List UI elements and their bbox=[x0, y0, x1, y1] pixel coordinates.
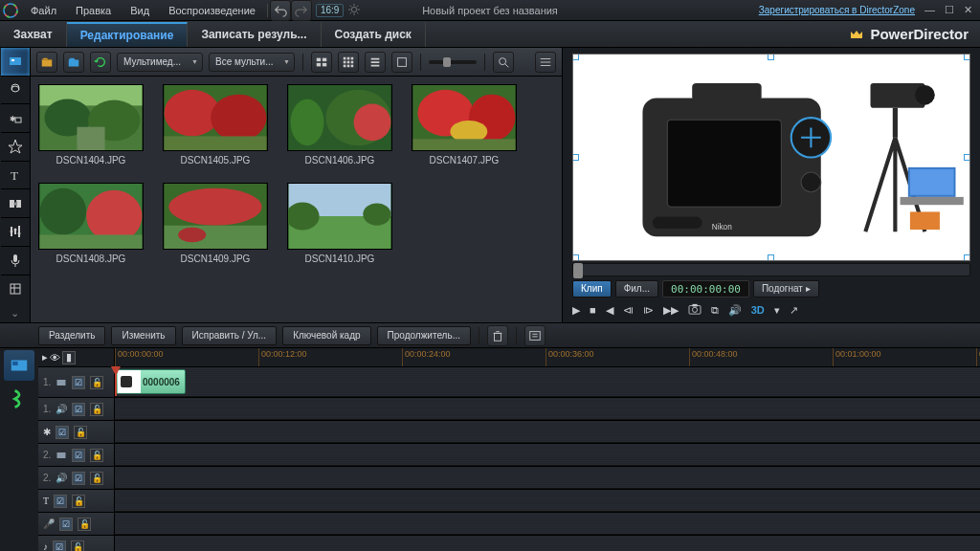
track-lane[interactable] bbox=[115, 513, 980, 535]
thumb-size-slider[interactable] bbox=[429, 60, 477, 64]
track-lane[interactable] bbox=[115, 421, 980, 443]
track-lane[interactable] bbox=[115, 444, 980, 466]
fix-enhance-button[interactable]: Исправить / Ул... bbox=[182, 326, 278, 345]
storyboard-view-icon[interactable] bbox=[9, 386, 30, 411]
tab-disc[interactable]: Создать диск bbox=[322, 22, 426, 47]
track-enable-toggle[interactable]: ☑ bbox=[53, 540, 66, 552]
snapshot-button[interactable] bbox=[688, 303, 702, 317]
room-chapter[interactable] bbox=[1, 276, 30, 304]
redo-button[interactable] bbox=[291, 0, 312, 21]
library-view-button[interactable] bbox=[311, 52, 332, 73]
preview-quality-dropdown[interactable]: ▾ bbox=[774, 304, 780, 317]
track-lock-toggle[interactable]: 🔓 bbox=[90, 472, 103, 485]
prev-frame-button[interactable]: ◀ bbox=[606, 304, 613, 317]
media-item[interactable]: DSCN1406.JPG bbox=[287, 84, 392, 165]
track-enable-toggle[interactable]: ☑ bbox=[72, 376, 85, 389]
menu-file[interactable]: Файл bbox=[21, 0, 66, 21]
tab-capture[interactable]: Захват bbox=[0, 22, 67, 47]
volume-button[interactable]: 🔊 bbox=[728, 304, 742, 317]
undo-button[interactable] bbox=[270, 0, 291, 21]
media-item[interactable]: DSCN1408.JPG bbox=[38, 183, 144, 264]
track-lane[interactable] bbox=[115, 398, 980, 420]
time-ruler[interactable]: 00:00:00:00 00:00:12:00 00:00:24:00 00:0… bbox=[115, 348, 980, 367]
track-enable-toggle[interactable]: ☑ bbox=[59, 518, 73, 531]
stop-button[interactable]: ■ bbox=[590, 304, 596, 316]
menu-playback[interactable]: Воспроизведение bbox=[159, 0, 265, 21]
track-lock-toggle[interactable]: 🔓 bbox=[90, 376, 103, 389]
room-fx[interactable] bbox=[1, 77, 30, 105]
play-button[interactable]: ▶ bbox=[572, 304, 580, 317]
track-lock-toggle[interactable]: 🔓 bbox=[74, 426, 87, 439]
track-enable-toggle[interactable]: ☑ bbox=[56, 426, 69, 439]
preview-scrubber[interactable] bbox=[572, 263, 970, 276]
track-lane[interactable] bbox=[115, 490, 980, 512]
track-enable-toggle[interactable]: ☑ bbox=[72, 472, 85, 485]
media-item[interactable]: DSCN1409.JPG bbox=[163, 183, 268, 264]
3d-button[interactable]: 3D bbox=[751, 304, 765, 316]
split-button[interactable]: Разделить bbox=[38, 326, 105, 345]
library-grid-button[interactable] bbox=[338, 52, 359, 73]
room-title[interactable]: T bbox=[1, 162, 30, 190]
library-list-button[interactable] bbox=[365, 52, 386, 73]
room-particle[interactable] bbox=[1, 133, 30, 162]
menu-view[interactable]: Вид bbox=[121, 0, 159, 21]
track-enable-toggle[interactable]: ☑ bbox=[72, 403, 85, 416]
room-audio-mix[interactable] bbox=[1, 218, 30, 247]
maximize-button[interactable]: ☐ bbox=[943, 4, 956, 16]
media-item[interactable]: DSCN1405.JPG bbox=[163, 84, 268, 165]
track-collapse-icon[interactable]: ▸ bbox=[42, 351, 48, 364]
duration-button[interactable]: Продолжитель... bbox=[377, 326, 471, 345]
track-lock-toggle[interactable]: 🔓 bbox=[90, 403, 103, 416]
close-button[interactable]: ✕ bbox=[962, 4, 974, 16]
preview-mode-movie[interactable]: Фил... bbox=[615, 280, 658, 298]
rooms-more-icon[interactable]: ⌄ bbox=[11, 303, 19, 322]
step-back-button[interactable]: ⧏ bbox=[623, 304, 634, 317]
track-enable-toggle[interactable]: ☑ bbox=[54, 495, 67, 508]
track-marker-icon[interactable]: ▮ bbox=[62, 351, 76, 364]
track-visibility-icon[interactable]: 👁 bbox=[50, 352, 60, 364]
track-lane[interactable] bbox=[115, 467, 980, 489]
playhead[interactable] bbox=[115, 367, 117, 396]
timeline-clip[interactable]: 0000006 bbox=[115, 369, 186, 394]
room-transition[interactable] bbox=[1, 189, 30, 218]
library-menu-button[interactable] bbox=[535, 52, 556, 73]
track-lock-toggle[interactable]: 🔓 bbox=[78, 518, 91, 531]
menu-edit[interactable]: Правка bbox=[66, 0, 121, 21]
media-item[interactable]: DSCN1407.JPG bbox=[412, 84, 517, 165]
register-link[interactable]: Зарегистрироваться в DirectorZone bbox=[759, 5, 923, 15]
library-sort-button[interactable] bbox=[391, 52, 412, 73]
import-folder-button[interactable] bbox=[63, 52, 84, 73]
refresh-button[interactable] bbox=[90, 52, 111, 73]
dual-preview-button[interactable]: ⧉ bbox=[711, 304, 719, 317]
track-enable-toggle[interactable]: ☑ bbox=[72, 449, 85, 462]
modify-button[interactable]: Изменить bbox=[111, 326, 175, 345]
media-category-dropdown[interactable]: Мультимед... bbox=[117, 53, 203, 72]
track-lane[interactable] bbox=[115, 536, 980, 551]
track-lock-toggle[interactable]: 🔓 bbox=[71, 540, 84, 552]
next-frame-button[interactable]: ▶▶ bbox=[663, 304, 679, 317]
track-lock-toggle[interactable]: 🔓 bbox=[90, 449, 103, 462]
settings-icon[interactable] bbox=[347, 3, 361, 18]
step-fwd-button[interactable]: ⧐ bbox=[643, 304, 654, 317]
tab-edit[interactable]: Редактирование bbox=[67, 22, 189, 47]
preview-canvas[interactable]: Nikon bbox=[572, 54, 970, 261]
delete-button[interactable] bbox=[487, 325, 508, 346]
undock-preview-button[interactable]: ↗ bbox=[790, 304, 798, 317]
room-voiceover[interactable] bbox=[1, 247, 30, 276]
media-filter-dropdown[interactable]: Все мульти... bbox=[209, 53, 295, 72]
room-media[interactable] bbox=[1, 48, 30, 77]
tab-produce[interactable]: Записать резуль... bbox=[188, 22, 321, 47]
minimize-button[interactable]: — bbox=[923, 4, 937, 16]
keyframe-button[interactable]: Ключевой кадр bbox=[282, 326, 370, 345]
import-media-button[interactable] bbox=[36, 52, 57, 73]
room-pip[interactable]: ✱ bbox=[1, 104, 30, 133]
more-tools-button[interactable] bbox=[524, 325, 546, 346]
search-button[interactable] bbox=[493, 52, 514, 73]
track-lock-toggle[interactable]: 🔓 bbox=[72, 495, 85, 508]
preview-fit-button[interactable]: Подогнат ▸ bbox=[753, 280, 819, 298]
track-lane[interactable]: 0000006 bbox=[115, 367, 980, 397]
timeline-view-icon[interactable] bbox=[4, 350, 34, 381]
media-item[interactable]: DSCN1404.JPG bbox=[38, 84, 144, 165]
media-item[interactable]: DSCN1410.JPG bbox=[287, 183, 392, 264]
preview-mode-clip[interactable]: Клип bbox=[572, 280, 612, 298]
